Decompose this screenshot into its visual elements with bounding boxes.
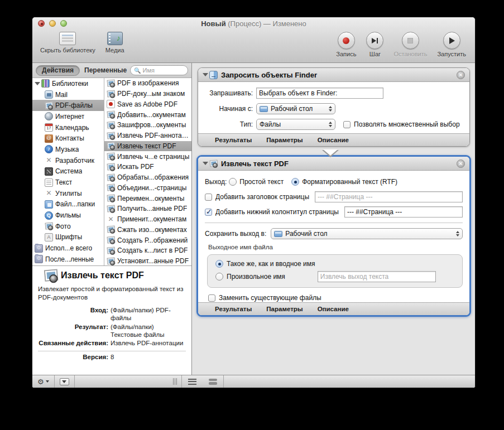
workflow-action-ask-finder[interactable]: Запросить объекты Finder ✕ Запрашивать: … [198, 67, 470, 147]
custom-name-input[interactable] [318, 271, 436, 282]
search-field[interactable]: 🔍 [130, 65, 188, 75]
action-list-row[interactable]: Создать Р...ображений [104, 235, 191, 245]
multiple-selection-label: Позволять множественный выбор [354, 120, 460, 128]
add-page-header-checkbox[interactable] [205, 194, 212, 201]
page-header-input[interactable] [315, 191, 463, 202]
action2-header[interactable]: Извлечь текст PDF ✕ [198, 157, 469, 171]
action-list-row[interactable]: Получить...анные PDF [104, 204, 191, 214]
media-browser-toggle-button[interactable] [55, 375, 74, 388]
same-name-radio[interactable] [215, 260, 223, 268]
plain-text-radio[interactable] [229, 178, 237, 186]
library-category-row[interactable]: Mail [32, 89, 104, 100]
action-list-row[interactable]: Установит...анные PDF [104, 256, 191, 265]
collapse-triangle-icon[interactable] [203, 73, 208, 76]
tab-actions[interactable]: Действия [36, 65, 80, 76]
library-category-row[interactable]: Испол...е всего [32, 243, 104, 254]
hide-library-button[interactable]: Скрыть библиотеку [40, 32, 95, 54]
add-page-footer-checkbox[interactable] [205, 209, 212, 216]
library-category-row[interactable]: Шрифты [32, 232, 104, 243]
results-link[interactable]: Результаты [215, 137, 252, 143]
action-list-row[interactable]: PDF-доку...ым знаком [104, 89, 191, 99]
close-window-button[interactable] [38, 20, 45, 27]
action-list-row[interactable]: Переимен...окументы [104, 193, 191, 204]
type-popup[interactable]: Файлы [256, 119, 335, 130]
save-output-label: Сохранить выход в: [205, 230, 266, 238]
stack-view-button[interactable] [203, 375, 223, 388]
library-category-row[interactable]: Файл...папки [32, 199, 104, 210]
search-input[interactable] [142, 67, 181, 74]
library-category-row[interactable]: Разработчик [32, 155, 104, 166]
folder-icon [274, 231, 282, 237]
library-category-row[interactable]: Утилиты [32, 188, 104, 199]
action-icon [107, 163, 115, 171]
page-footer-input[interactable] [344, 206, 463, 218]
custom-name-radio[interactable] [215, 273, 223, 281]
library-category-row[interactable]: После...ленные [32, 254, 104, 265]
action-list-row[interactable]: Извлечь PDF-аннотации [104, 131, 191, 141]
window-title: Новый (Процесс) — Изменено [201, 20, 306, 28]
library-category-row[interactable]: Фото [32, 221, 104, 232]
library-category-row[interactable]: Контакты [32, 133, 104, 144]
workflow-canvas[interactable]: Запросить объекты Finder ✕ Запрашивать: … [192, 63, 475, 375]
action-list-row[interactable]: Зашифров...окументы [104, 120, 191, 131]
prompt-input[interactable] [256, 88, 383, 99]
tab-variables[interactable]: Переменные [84, 66, 127, 74]
action-list-row[interactable]: Обрабаты...ображения [104, 172, 191, 183]
library-category-row[interactable]: Система [32, 166, 104, 177]
start-at-popup[interactable]: Рабочий стол [256, 103, 335, 114]
category-icon [45, 211, 53, 220]
description-link[interactable]: Описание [318, 137, 349, 143]
rtf-radio[interactable] [291, 178, 299, 186]
run-button[interactable]: Запустить [437, 32, 466, 57]
action-list-row[interactable]: Объедини...-страницы [104, 183, 191, 194]
results-link[interactable]: Результаты [215, 306, 252, 312]
action-list-row[interactable]: Извлечь текст PDF [104, 141, 191, 152]
close-action-icon[interactable]: ✕ [457, 71, 465, 79]
run-icon [449, 37, 455, 44]
zoom-window-button[interactable] [60, 20, 67, 27]
action-list-row[interactable]: Сжать изо...окументах [104, 225, 191, 235]
category-icon [45, 102, 53, 110]
library-category-row[interactable]: Музыка [32, 144, 104, 155]
category-icon [45, 200, 53, 209]
action-list-row[interactable]: Извлечь ч...е страницы [104, 151, 191, 162]
output-label: Выход: [205, 178, 227, 186]
action-list-row[interactable]: Искать PDF [104, 162, 191, 172]
action-list-row[interactable]: Добавить...окументам [104, 109, 191, 120]
record-button[interactable]: Запись [336, 32, 356, 57]
action-list-row[interactable]: Применит...окументам [104, 214, 191, 225]
library-category-row[interactable]: Интернет [32, 111, 104, 122]
library-category-row[interactable]: Библиотеки [32, 78, 104, 89]
description-link[interactable]: Описание [318, 306, 349, 312]
library-category-row[interactable]: PDF-файлы [32, 100, 104, 111]
step-icon [372, 38, 378, 44]
action-list-row[interactable]: PDF в изображения [104, 78, 191, 89]
action-icon [107, 173, 115, 182]
titlebar[interactable]: Новый (Процесс) — Изменено [32, 17, 475, 30]
action1-header[interactable]: Запросить объекты Finder ✕ [198, 68, 469, 82]
action-list-row[interactable]: Создать к...лист в PDF [104, 245, 191, 256]
minimize-window-button[interactable] [49, 20, 56, 27]
media-button[interactable]: Медиа [105, 32, 124, 54]
replace-existing-checkbox[interactable] [208, 294, 215, 302]
library-category-row[interactable]: Текст [32, 177, 104, 188]
action-list-row[interactable]: Save as Adobe PDF [104, 99, 191, 110]
panel-resize-handle[interactable] [169, 378, 181, 385]
options-link[interactable]: Параметры [266, 306, 303, 312]
library-category-row[interactable]: Фильмы [32, 210, 104, 221]
add-page-header-label: Добавить заголовок страницы [215, 193, 309, 201]
workflow-connector-notch [322, 150, 339, 157]
popup-arrows-icon [327, 122, 332, 127]
collapse-triangle-icon[interactable] [203, 162, 208, 165]
gear-menu-button[interactable]: ⚙ [32, 375, 54, 388]
save-output-popup[interactable]: Рабочий стол [271, 228, 463, 239]
options-link[interactable]: Параметры [266, 137, 303, 143]
library-category-row[interactable]: Календарь [32, 122, 104, 133]
traffic-lights [38, 20, 67, 27]
close-action-icon[interactable]: ✕ [457, 160, 465, 168]
multiple-selection-checkbox[interactable] [343, 121, 351, 128]
list-view-button[interactable] [182, 375, 203, 388]
workflow-action-extract-pdf-text[interactable]: Извлечь текст PDF ✕ Выход: Простой текст… [196, 155, 471, 317]
action-icon [107, 100, 115, 108]
step-button[interactable]: Шаг [366, 32, 383, 57]
